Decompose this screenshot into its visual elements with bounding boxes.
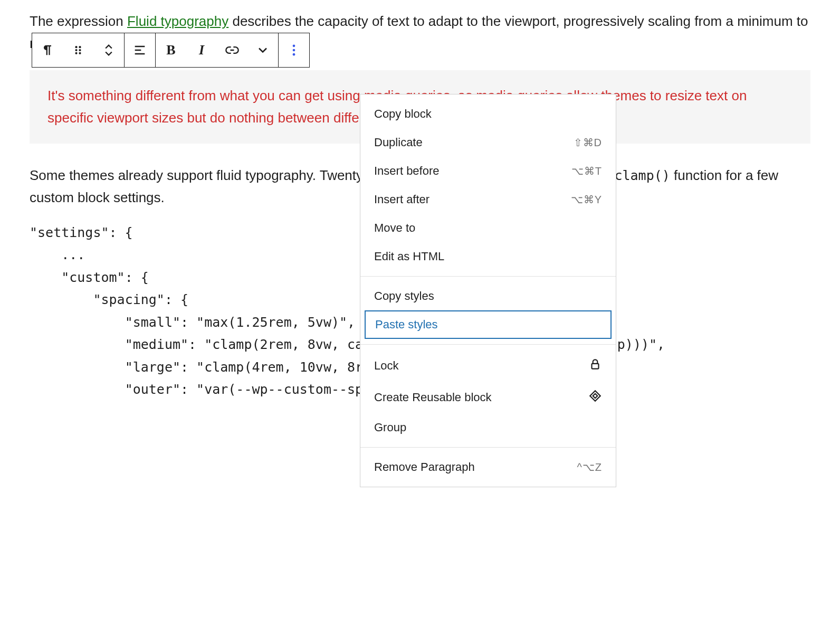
- menu-section-2: Copy styles Paste styles: [360, 277, 616, 345]
- svg-point-6: [293, 45, 295, 48]
- menu-section-4: Remove Paragraph ^⌥Z: [360, 448, 616, 487]
- fluid-typography-link[interactable]: Fluid typography: [127, 13, 228, 29]
- menu-section-1: Copy block Duplicate ⇧⌘D Insert before ⌥…: [360, 94, 616, 277]
- toolbar-group-format: B I: [156, 33, 279, 67]
- menu-edit-html[interactable]: Edit as HTML: [360, 242, 616, 271]
- move-icon[interactable]: [93, 33, 124, 67]
- menu-label: Duplicate: [374, 136, 423, 149]
- reusable-icon: [588, 389, 602, 406]
- menu-label: Create Reusable block: [374, 391, 492, 404]
- menu-label: Remove Paragraph: [374, 460, 475, 474]
- toolbar-group-block: [32, 33, 125, 67]
- menu-shortcut: ⌥⌘T: [571, 165, 602, 177]
- svg-point-5: [79, 52, 81, 54]
- bold-button[interactable]: B: [156, 33, 186, 67]
- menu-shortcut: ^⌥Z: [577, 461, 602, 473]
- svg-point-3: [79, 49, 81, 51]
- menu-label: Insert before: [374, 164, 440, 178]
- menu-insert-before[interactable]: Insert before ⌥⌘T: [360, 157, 616, 185]
- svg-point-8: [293, 53, 295, 56]
- para2-a: Some themes already support fluid typogr…: [30, 167, 320, 183]
- menu-label: Insert after: [374, 193, 429, 206]
- toolbar-group-options: [279, 33, 309, 67]
- svg-point-7: [293, 49, 295, 52]
- menu-label: Move to: [374, 221, 415, 235]
- menu-group[interactable]: Group: [360, 413, 616, 442]
- menu-section-3: Lock Create Reusable block Group: [360, 345, 616, 448]
- align-icon[interactable]: [125, 33, 155, 67]
- block-options-menu: Copy block Duplicate ⇧⌘D Insert before ⌥…: [360, 94, 616, 487]
- menu-label: Group: [374, 421, 406, 434]
- svg-point-2: [75, 49, 77, 51]
- menu-label: Lock: [374, 359, 398, 373]
- toolbar-group-align: [125, 33, 156, 67]
- options-icon[interactable]: [279, 33, 309, 67]
- menu-label: Copy styles: [374, 289, 434, 303]
- svg-point-4: [75, 52, 77, 54]
- menu-duplicate[interactable]: Duplicate ⇧⌘D: [360, 128, 616, 157]
- svg-point-1: [79, 46, 81, 48]
- paragraph-icon[interactable]: [32, 33, 63, 67]
- svg-point-0: [75, 46, 77, 48]
- menu-copy-styles[interactable]: Copy styles: [360, 282, 616, 310]
- italic-button[interactable]: I: [186, 33, 217, 67]
- link-icon[interactable]: [217, 33, 247, 67]
- lock-icon: [588, 357, 602, 374]
- menu-label: Edit as HTML: [374, 250, 444, 263]
- menu-label: Paste styles: [375, 318, 438, 332]
- menu-label: Copy block: [374, 107, 432, 121]
- svg-rect-9: [592, 364, 599, 369]
- menu-insert-after[interactable]: Insert after ⌥⌘Y: [360, 185, 616, 214]
- menu-create-reusable[interactable]: Create Reusable block: [360, 382, 616, 413]
- menu-paste-styles[interactable]: Paste styles: [365, 310, 612, 339]
- chevron-down-icon[interactable]: [247, 33, 278, 67]
- menu-copy-block[interactable]: Copy block: [360, 100, 616, 128]
- menu-move-to[interactable]: Move to: [360, 214, 616, 242]
- clamp-code: clamp(): [614, 168, 670, 183]
- menu-lock[interactable]: Lock: [360, 350, 616, 382]
- intro-text: The expression: [30, 13, 127, 29]
- menu-shortcut: ⇧⌘D: [574, 136, 602, 149]
- block-toolbar: B I: [32, 33, 310, 68]
- menu-shortcut: ⌥⌘Y: [571, 193, 602, 206]
- drag-icon[interactable]: [63, 33, 93, 67]
- menu-remove[interactable]: Remove Paragraph ^⌥Z: [360, 453, 616, 481]
